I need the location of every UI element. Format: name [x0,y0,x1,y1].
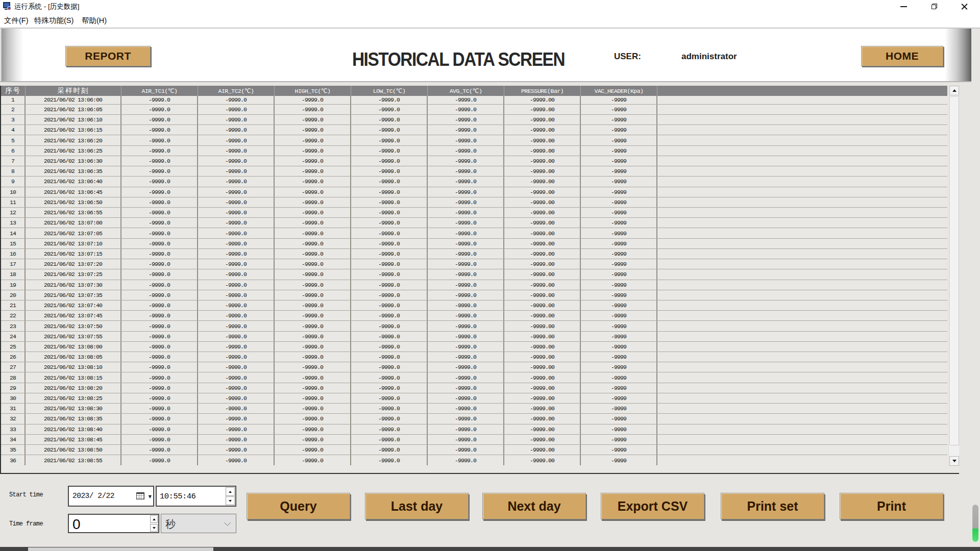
menu-item-1[interactable]: 特殊功能(S) [34,16,74,26]
table-row[interactable]: 242021/06/02 13:07:55-9999.0-9999.0-9999… [1,332,947,342]
time-spin-down[interactable] [226,496,235,505]
table-row[interactable]: 142021/06/02 13:07:05-9999.0-9999.0-9999… [1,228,947,238]
start-time-input[interactable]: 10:55:46 [156,486,236,507]
restore-icon [932,4,937,9]
cell: -9999.0 [428,445,504,455]
cell: 1 [1,96,26,104]
cell: -9999.0 [275,321,351,331]
table-row[interactable]: 342021/06/02 13:08:45-9999.0-9999.0-9999… [1,435,947,445]
table-row[interactable]: 122021/06/02 13:06:55-9999.0-9999.0-9999… [1,208,947,218]
table-row[interactable]: 182021/06/02 13:07:25-9999.0-9999.0-9999… [1,269,947,280]
cell: -9999.0 [351,269,428,279]
cell: -9999.0 [275,125,351,135]
menu-bar: 文件(F)特殊功能(S)帮助(H) [0,12,980,29]
cell: -9999.0 [121,228,198,238]
frame-spin-up[interactable] [150,515,158,523]
table-row[interactable]: 22021/06/02 13:06:05-9999.0-9999.0-9999.… [1,105,947,115]
frame-spin-down[interactable] [150,524,158,532]
table-row[interactable]: 282021/06/02 13:08:15-9999.0-9999.0-9999… [1,372,947,383]
minimize-button[interactable] [893,0,914,12]
table-row[interactable]: 322021/06/02 13:08:35-9999.0-9999.0-9999… [1,414,947,424]
table-row[interactable]: 202021/06/02 13:07:35-9999.0-9999.0-9999… [1,290,947,300]
cell: -9999.0 [351,404,428,413]
cell: -9999.0 [351,249,428,259]
cell: -9999.0 [121,383,198,393]
report-button[interactable]: REPORT [65,46,151,66]
scroll-down-button[interactable] [949,456,959,466]
table-row[interactable]: 32021/06/02 13:06:10-9999.0-9999.0-9999.… [1,115,947,125]
cell: -9999 [581,372,657,382]
table-row[interactable]: 112021/06/02 13:06:50-9999.0-9999.0-9999… [1,197,947,208]
table-row[interactable]: 262021/06/02 13:08:05-9999.0-9999.0-9999… [1,352,947,362]
cell: -9999.0 [275,197,351,207]
table-row[interactable]: 132021/06/02 13:07:00-9999.0-9999.0-9999… [1,218,947,228]
cell: 36 [1,455,26,465]
cell: -9999.0 [121,208,198,217]
table-row[interactable]: 312021/06/02 13:08:30-9999.0-9999.0-9999… [1,404,947,414]
cell: -9999 [581,455,657,465]
table-row[interactable]: 222021/06/02 13:07:45-9999.0-9999.0-9999… [1,311,947,321]
table-row[interactable]: 72021/06/02 13:06:30-9999.0-9999.0-9999.… [1,156,947,166]
menu-item-2[interactable]: 帮助(H) [82,16,107,26]
cell: -9999.0 [428,125,504,135]
cell: -9999.0 [198,435,275,444]
scroll-up-button[interactable] [949,86,959,95]
restore-button[interactable] [923,0,945,12]
table-row[interactable]: 172021/06/02 13:07:20-9999.0-9999.0-9999… [1,259,947,269]
time-frame-unit-select[interactable]: 秒 [161,514,236,533]
cell: -9999.0 [351,259,428,269]
table-row[interactable]: 362021/06/02 13:08:55-9999.0-9999.0-9999… [1,455,947,465]
table-row[interactable]: 212021/06/02 13:07:40-9999.0-9999.0-9999… [1,300,947,311]
table-row[interactable]: 62021/06/02 13:06:25-9999.0-9999.0-9999.… [1,146,947,156]
table-row[interactable]: 192021/06/02 13:07:30-9999.0-9999.0-9999… [1,280,947,290]
table-row[interactable]: 52021/06/02 13:06:20-9999.0-9999.0-9999.… [1,135,947,145]
cell: 2021/06/02 13:07:45 [26,311,121,320]
cell: -9999.0 [275,228,351,238]
cell: -9999.00 [504,177,581,186]
calendar-icon[interactable] [136,492,144,499]
cell: -9999 [581,218,657,228]
time-frame-input[interactable]: 0 [68,514,159,533]
table-row[interactable]: 352021/06/02 13:08:50-9999.0-9999.0-9999… [1,445,947,455]
export-csv-button[interactable]: Export CSV [601,493,704,519]
table-row[interactable]: 42021/06/02 13:06:15-9999.0-9999.0-9999.… [1,125,947,135]
scrollbar-thumb[interactable] [949,96,959,445]
calendar-dropdown-icon[interactable]: ▼ [149,494,152,499]
menu-item-0[interactable]: 文件(F) [4,16,29,26]
cell: 2021/06/02 13:08:45 [26,435,121,444]
cell: -9999.0 [351,125,428,135]
print-button[interactable]: Print [840,493,943,519]
time-spin-up[interactable] [226,487,235,496]
cell: 2021/06/02 13:06:05 [26,105,121,114]
next-day-button[interactable]: Next day [482,493,586,519]
table-row[interactable]: 82021/06/02 13:06:35-9999.0-9999.0-9999.… [1,166,947,177]
last-day-button[interactable]: Last day [365,493,469,519]
scroll-down-icon [952,460,957,462]
query-button[interactable]: Query [247,493,350,519]
table-row[interactable]: 152021/06/02 13:07:10-9999.0-9999.0-9999… [1,239,947,249]
home-button[interactable]: HOME [861,46,943,66]
table-row[interactable]: 12021/06/02 13:06:00-9999.0-9999.0-9999.… [1,96,947,105]
vertical-scrollbar[interactable] [948,86,959,466]
table-row[interactable]: 232021/06/02 13:07:50-9999.0-9999.0-9999… [1,321,947,331]
cell: -9999.0 [351,156,428,166]
table-row[interactable]: 102021/06/02 13:06:45-9999.0-9999.0-9999… [1,187,947,197]
table-row[interactable]: 162021/06/02 13:07:15-9999.0-9999.0-9999… [1,249,947,259]
start-date-input[interactable]: 2023/ 2/22 ▼ [68,486,154,507]
table-row[interactable]: 332021/06/02 13:08:40-9999.0-9999.0-9999… [1,424,947,435]
cell: -9999.0 [121,249,198,259]
cell: 6 [1,146,26,156]
cell: -9999.0 [121,105,198,114]
table-row[interactable]: 252021/06/02 13:08:00-9999.0-9999.0-9999… [1,342,947,352]
cell: -9999.0 [275,311,351,320]
table-row[interactable]: 92021/06/02 13:06:40-9999.0-9999.0-9999.… [1,177,947,187]
cell: 2 [1,105,26,114]
table-row[interactable]: 292021/06/02 13:08:20-9999.0-9999.0-9999… [1,383,947,393]
print-set-button[interactable]: Print set [721,493,824,519]
user-value: administrator [681,52,737,62]
table-row[interactable]: 272021/06/02 13:08:10-9999.0-9999.0-9999… [1,362,947,372]
cell: 35 [1,445,26,455]
cell: 15 [1,239,26,248]
table-row[interactable]: 302021/06/02 13:08:25-9999.0-9999.0-9999… [1,393,947,404]
close-button[interactable] [953,0,975,12]
